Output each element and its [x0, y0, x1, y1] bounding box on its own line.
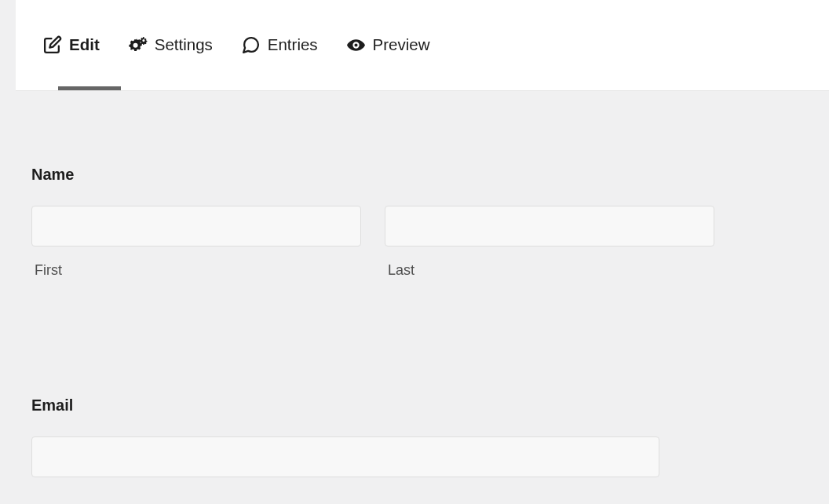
- edit-icon: [42, 35, 62, 55]
- tabs-container: Edit Settings Entries: [42, 35, 430, 55]
- email-input[interactable]: [31, 436, 659, 477]
- last-name-input[interactable]: [385, 206, 714, 247]
- gears-icon: [128, 35, 148, 55]
- last-name-sublabel: Last: [385, 262, 714, 279]
- tab-entries[interactable]: Entries: [241, 35, 318, 55]
- active-tab-underline: [58, 86, 121, 90]
- tab-preview[interactable]: Preview: [346, 35, 430, 55]
- first-name-col: First: [31, 206, 361, 279]
- eye-icon: [346, 35, 366, 55]
- email-label: Email: [31, 396, 798, 415]
- top-tab-bar: Edit Settings Entries: [16, 0, 829, 91]
- tab-edit[interactable]: Edit: [42, 35, 100, 55]
- last-name-col: Last: [385, 206, 714, 279]
- tab-settings[interactable]: Settings: [128, 35, 213, 55]
- first-name-input[interactable]: [31, 206, 361, 247]
- first-name-sublabel: First: [31, 262, 361, 279]
- name-columns: First Last: [31, 206, 798, 279]
- form-content: Name First Last Email: [0, 91, 829, 477]
- email-col: [31, 436, 659, 477]
- tab-settings-label: Settings: [155, 36, 213, 54]
- tab-edit-label: Edit: [69, 36, 100, 54]
- tab-entries-label: Entries: [268, 36, 318, 54]
- comment-icon: [241, 35, 261, 55]
- field-name: Name First Last: [31, 166, 798, 279]
- field-email: Email: [31, 396, 798, 477]
- tab-preview-label: Preview: [373, 36, 430, 54]
- name-label: Name: [31, 166, 798, 184]
